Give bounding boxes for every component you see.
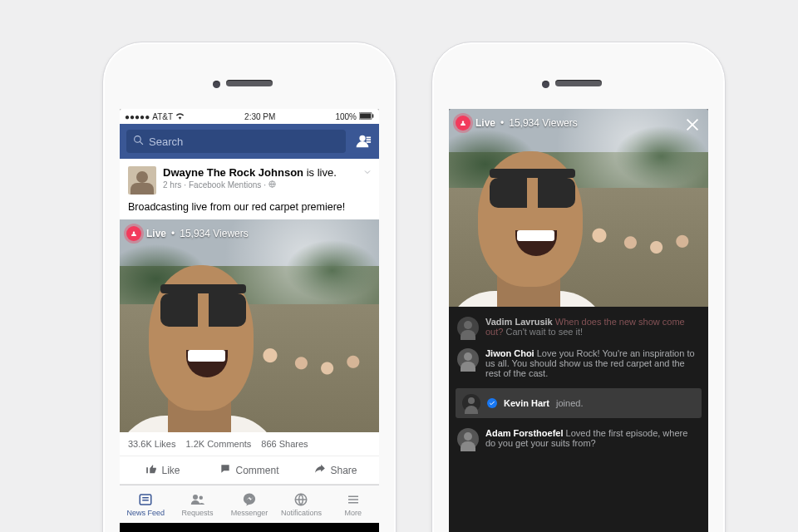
live-comments-panel[interactable]: Vadim Lavrusik When does the new show co… [449, 307, 708, 532]
signal-dots-icon: ●●●●● [125, 112, 150, 121]
svg-point-12 [193, 495, 198, 500]
author-verb: is live. [303, 166, 337, 179]
hamburger-icon [346, 492, 361, 507]
tab-label: Requests [182, 509, 214, 517]
live-icon [126, 226, 141, 241]
screen-newsfeed: ●●●●● AT&T 2:30 PM 100% [120, 109, 379, 532]
tab-notifications[interactable]: Notifications [275, 485, 327, 523]
tab-news-feed[interactable]: News Feed [120, 485, 171, 523]
commenter-avatar[interactable] [457, 348, 479, 370]
battery-label: 100% [335, 112, 357, 121]
chevron-down-icon[interactable] [362, 165, 372, 180]
commenter-avatar[interactable] [457, 428, 479, 450]
commenter-name: Jiwon Choi [485, 348, 534, 358]
svg-point-3 [135, 136, 141, 143]
phone-device-left: ●●●●● AT&T 2:30 PM 100% [102, 42, 397, 532]
svg-rect-6 [367, 139, 372, 140]
tab-label: More [345, 509, 362, 517]
like-button[interactable]: Like [120, 456, 206, 484]
tab-label: Messenger [231, 509, 268, 517]
battery-icon [359, 112, 374, 121]
search-input[interactable]: Search [126, 130, 346, 153]
comment-text-extra: Can't wait to see it! [503, 327, 583, 337]
live-joined-banner: Kevin Hart joined. [456, 388, 702, 418]
tab-label: News Feed [126, 509, 165, 517]
post-body-text: Broadcasting live from our red carpet pr… [120, 196, 379, 219]
joined-avatar[interactable] [462, 394, 480, 412]
feed-post: Dwayne The Rock Johnson is live. 2 hrs ·… [120, 159, 379, 485]
live-indicator: Live • 15,934 Viewers [456, 116, 578, 131]
share-icon [314, 463, 326, 477]
post-author-line[interactable]: Dwayne The Rock Johnson is live. [163, 166, 337, 179]
live-label: Live [475, 117, 495, 129]
live-comment: Adam Forsthoefel Loved the first episode… [449, 423, 708, 455]
live-comment: Jiwon Choi Love you Rock! You're an insp… [449, 343, 708, 383]
live-icon [456, 116, 470, 131]
live-viewers: 15,934 Viewers [180, 228, 249, 239]
shares-count: 866 Shares [261, 439, 308, 449]
search-placeholder: Search [149, 135, 183, 148]
newspaper-icon [138, 492, 153, 507]
like-label: Like [161, 465, 180, 476]
tab-label: Notifications [281, 509, 322, 517]
comment-icon [219, 463, 231, 477]
joined-name: Kevin Hart [504, 398, 549, 408]
phone-device-right: Live • 15,934 Viewers Vadim Lavrusik Whe… [431, 42, 726, 532]
people-icon [190, 492, 205, 507]
live-comment: Vadim Lavrusik When does the new show co… [449, 312, 708, 343]
tab-bar: News Feed Requests Messenger Notificatio… [120, 485, 379, 523]
clock-label: 2:30 PM [244, 112, 275, 121]
svg-rect-2 [372, 114, 373, 117]
comment-button[interactable]: Comment [206, 456, 293, 484]
post-stats[interactable]: 33.6K Likes 1.2K Comments 866 Shares [120, 432, 379, 456]
tab-messenger[interactable]: Messenger [224, 485, 275, 523]
comment-label: Comment [235, 465, 278, 476]
wifi-icon [175, 112, 185, 121]
author-name: Dwayne The Rock Johnson [163, 166, 303, 179]
tab-more[interactable]: More [328, 485, 379, 523]
globe-icon [293, 492, 308, 507]
commenter-name: Vadim Lavrusik [485, 317, 553, 327]
author-avatar[interactable] [128, 166, 156, 195]
commenter-name: Adam Forsthoefel [485, 428, 564, 438]
likes-count: 33.6K Likes [128, 439, 175, 449]
post-via: Facebook Mentions [189, 180, 261, 190]
comments-count: 1.2K Comments [185, 439, 251, 449]
tab-requests[interactable]: Requests [171, 485, 223, 523]
svg-rect-7 [367, 141, 372, 143]
live-indicator: Live • 15,934 Viewers [126, 226, 249, 241]
globe-icon [268, 180, 276, 190]
thumb-up-icon [145, 463, 157, 477]
share-label: Share [330, 465, 357, 476]
svg-line-4 [140, 141, 143, 145]
status-bar: ●●●●● AT&T 2:30 PM 100% [120, 109, 379, 124]
verified-badge-icon [487, 398, 497, 408]
live-viewers: 15,934 Viewers [509, 117, 578, 129]
post-age: 2 hrs [163, 180, 181, 190]
messenger-icon [242, 492, 257, 507]
app-header: Search [120, 124, 379, 159]
carrier-label: AT&T [152, 112, 173, 121]
close-button[interactable] [683, 116, 702, 134]
search-icon [133, 135, 144, 148]
friend-requests-button[interactable] [352, 131, 372, 151]
svg-point-13 [199, 495, 203, 500]
screen-live-fullscreen: Live • 15,934 Viewers Vadim Lavrusik Whe… [449, 109, 708, 532]
svg-rect-1 [360, 113, 371, 118]
live-label: Live [146, 228, 166, 239]
commenter-avatar[interactable] [457, 317, 479, 338]
live-video-fullscreen[interactable]: Live • 15,934 Viewers [449, 109, 708, 307]
joined-verb: joined. [556, 398, 583, 408]
post-actions: Like Comment Share [120, 456, 379, 484]
live-video[interactable]: Live • 15,934 Viewers [120, 219, 379, 432]
share-button[interactable]: Share [293, 456, 379, 484]
svg-rect-5 [367, 137, 372, 139]
